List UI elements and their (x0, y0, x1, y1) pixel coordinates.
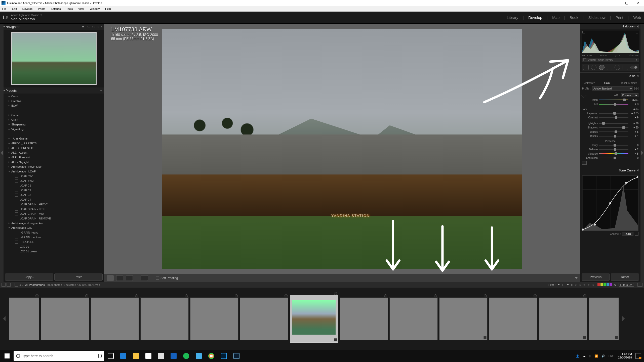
preset-group[interactable]: Archipelago - LOAF (5, 169, 104, 174)
channel-select[interactable]: RGB ♦ (622, 232, 633, 236)
menu-help[interactable]: Help (104, 7, 112, 11)
paste-button[interactable]: Paste (54, 274, 103, 281)
taskbar-mail-icon[interactable] (155, 350, 167, 362)
dehaze-slider[interactable] (599, 149, 628, 150)
taskbar-photoshop-icon[interactable] (218, 350, 230, 362)
blacks-slider[interactable] (599, 136, 628, 137)
taskbar-chrome-icon[interactable] (205, 350, 217, 362)
view-reference[interactable] (141, 275, 148, 281)
menu-window[interactable]: Window (89, 7, 101, 11)
preset-item[interactable]: LOAF C2 (5, 188, 104, 193)
tint-value[interactable]: + 3 (629, 103, 638, 106)
source-label[interactable]: All Photographs (25, 283, 45, 286)
nav-fwd-icon[interactable]: ▸ (22, 283, 23, 287)
preset-group[interactable]: Curve (5, 113, 104, 118)
preset-group[interactable]: Vignetting (5, 127, 104, 132)
flag-rejected-icon[interactable]: ⚑ (567, 283, 569, 287)
filmstrip-thumb[interactable] (589, 297, 619, 340)
clarity-slider[interactable] (599, 145, 628, 146)
module-web[interactable]: Web (633, 15, 641, 20)
filmstrip-thumb[interactable] (240, 297, 288, 340)
filmstrip-thumb[interactable] (439, 297, 488, 340)
wb-picker-icon[interactable] (581, 93, 586, 98)
right-panel-collapse[interactable] (640, 24, 644, 282)
taskbar-lightroom-icon[interactable] (230, 350, 243, 362)
nav-zoom-menu[interactable]: ♦ (101, 25, 102, 28)
navigator-preview[interactable] (11, 32, 97, 85)
flag-unflagged-icon[interactable]: ⚐ (562, 283, 565, 287)
redeye-tool-icon[interactable] (599, 65, 605, 70)
presets-add[interactable]: + (100, 89, 102, 93)
filmstrip-thumb-selected[interactable] (290, 295, 338, 343)
main-window-icon[interactable] (2, 283, 6, 287)
tray-people-icon[interactable]: 👤 (576, 354, 579, 358)
vibrance-slider[interactable] (599, 153, 628, 154)
nav-3-1[interactable]: 3:1 (96, 25, 100, 28)
preset-item[interactable]: LOAF BW1 (5, 174, 104, 179)
preset-item[interactable]: LOAF C4 (5, 197, 104, 202)
toolbar-menu[interactable] (575, 277, 578, 279)
preset-group[interactable]: Archipelago - Kevin Klein (5, 164, 104, 169)
filmstrip[interactable] (0, 288, 644, 350)
radial-filter-tool-icon[interactable] (615, 65, 620, 70)
identity-plate[interactable]: Van Middleton (11, 17, 43, 21)
view-before-after-lr[interactable] (116, 275, 123, 281)
menu-view[interactable]: View (77, 7, 85, 11)
tray-clock[interactable]: 4:28 PM23/10/2018 (618, 353, 632, 359)
presets-header[interactable]: Presets + (4, 87, 104, 94)
filmstrip-thumb[interactable] (140, 297, 189, 340)
loupe-image[interactable]: YANDINA STATION (162, 29, 522, 269)
window-minimize[interactable]: — (609, 0, 621, 6)
filmstrip-thumb[interactable] (340, 297, 388, 340)
menu-tools[interactable]: Tools (65, 7, 74, 11)
tone-curve[interactable] (582, 175, 638, 231)
preset-group[interactable]: AFFOB _ PRESETS (5, 141, 104, 146)
preview-badge[interactable]: Original + Smart Preview♦ (582, 58, 639, 62)
action-center-icon[interactable] (635, 353, 641, 359)
tray-expand-icon[interactable]: ˆ (571, 354, 572, 357)
preset-group[interactable]: _Anni Graham (5, 136, 104, 141)
preset-item[interactable]: LOAF C1 (5, 183, 104, 188)
copy-button[interactable]: Copy... (5, 274, 53, 281)
crop-tool-icon[interactable] (583, 65, 589, 70)
nav-fill[interactable]: FILL (86, 25, 90, 28)
menu-photo[interactable]: Photo (37, 7, 46, 11)
profile-select[interactable]: Adobe Standard (592, 86, 633, 90)
taskbar-edge-icon[interactable] (117, 350, 129, 362)
filmstrip-scroll-left[interactable] (3, 316, 6, 321)
basic-panel-toggle-icon[interactable] (582, 161, 587, 165)
preset-group[interactable]: ALE - Skylight (5, 160, 104, 165)
filmstrip-thumb[interactable] (190, 297, 238, 340)
adjustment-brush-tool-icon[interactable] (623, 65, 628, 70)
grid-view-icon[interactable] (15, 283, 18, 287)
taskbar-spotify-icon[interactable] (180, 350, 192, 362)
taskbar-app-icon[interactable] (193, 350, 205, 362)
nav-1-1[interactable]: 1:1 (92, 25, 95, 28)
whites-slider[interactable] (599, 131, 628, 132)
preset-group[interactable]: ALE - Accent (5, 150, 104, 155)
custom-filter-icon[interactable]: ⚙ (614, 283, 617, 287)
filters-off-button[interactable]: Filters Off (619, 283, 634, 287)
taskbar-outlook-icon[interactable] (168, 350, 180, 362)
saturation-slider[interactable] (599, 158, 628, 158)
preset-group[interactable]: B&W (5, 103, 104, 108)
preset-item[interactable]: - TEXTURE (5, 240, 104, 244)
menu-file[interactable]: File (1, 7, 8, 11)
exposure-slider[interactable] (599, 113, 628, 114)
preset-item[interactable]: LOAF C3 (5, 193, 104, 197)
tray-bluetooth-icon[interactable]: ᛒ (589, 354, 591, 357)
preset-group[interactable]: Sharpening (5, 122, 104, 127)
preset-group[interactable]: Archipelago - Longnecker (5, 221, 104, 226)
tray-wifi-icon[interactable]: 📶 (594, 354, 598, 358)
nav-fit[interactable]: FIT (81, 25, 84, 28)
tint-slider[interactable] (599, 104, 628, 105)
reset-button[interactable]: Reset (611, 274, 639, 281)
menu-edit[interactable]: Edit (11, 7, 18, 11)
preset-item[interactable]: LOAF GRAIN - LITE (5, 207, 104, 212)
taskbar-explorer-icon[interactable] (130, 350, 142, 362)
preset-group[interactable]: AFFOB PRESETS (5, 146, 104, 151)
preset-group[interactable]: Grain (5, 117, 104, 122)
filter-lock-icon[interactable] (637, 283, 642, 287)
contrast-slider[interactable] (599, 117, 628, 118)
module-slideshow[interactable]: Slideshow (588, 15, 605, 20)
